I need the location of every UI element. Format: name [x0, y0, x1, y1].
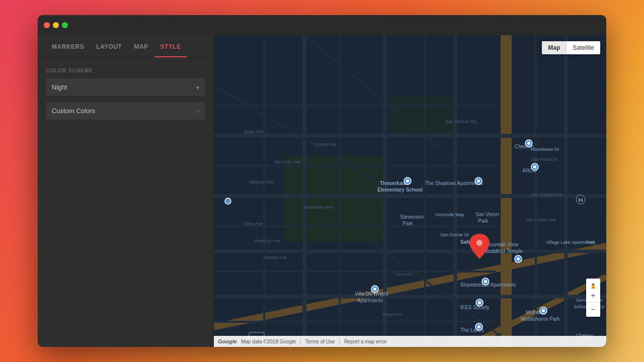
svg-point-80	[542, 309, 545, 312]
report-map-error-link[interactable]: Report a map error	[344, 339, 386, 344]
map-type-control: Map Satellite	[542, 41, 600, 54]
zoom-out-button[interactable]: −	[586, 303, 600, 317]
svg-text:Moonbeam Dr: Moonbeam Dr	[531, 147, 559, 152]
svg-text:Vassar Ave: Vassar Ave	[264, 255, 287, 260]
tab-bar: MARKERS LAYOUT MAP StyLE	[38, 35, 213, 58]
svg-text:Stevenson: Stevenson	[400, 214, 424, 220]
svg-text:Montecito Ave: Montecito Ave	[304, 205, 333, 210]
map-footer: Google Map data ©2018 Google | Terms of …	[214, 336, 606, 347]
svg-text:San Carlos Ave: San Carlos Ave	[531, 192, 562, 197]
map-area[interactable]: Drew Ave San Ramon Rd Doane Ave San Luis…	[214, 35, 606, 347]
svg-point-86	[476, 240, 482, 246]
svg-rect-3	[501, 35, 512, 347]
terms-of-use-link[interactable]: Terms of Use	[305, 339, 335, 344]
svg-text:Theuerkauf: Theuerkauf	[380, 180, 408, 186]
custom-colors-label: Custom Colors	[52, 107, 95, 115]
svg-text:Mobilehome Park: Mobilehome Park	[521, 316, 560, 322]
map-footer-sep2: |	[339, 339, 341, 344]
svg-point-67	[533, 165, 536, 168]
svg-text:Ormonde Way: Ormonde Way	[435, 212, 464, 217]
svg-text:San Luis Ave: San Luis Ave	[274, 159, 300, 164]
svg-text:San Ramon Rd: San Ramon Rd	[445, 119, 476, 124]
svg-rect-2	[390, 96, 455, 136]
sidebar: MARKERS LAYOUT MAP StyLE COLOR SCHEME Ni…	[38, 35, 214, 347]
svg-text:San Pablo Dr: San Pablo Dr	[531, 157, 558, 162]
tab-style[interactable]: StyLE	[154, 35, 187, 57]
map-footer-sep1: |	[300, 339, 301, 344]
svg-point-65	[527, 142, 530, 145]
svg-rect-1	[284, 156, 385, 241]
color-scheme-select-wrapper: Night ▼	[46, 78, 205, 96]
app-window: MARKERS LAYOUT MAP StyLE COLOR SCHEME Ni…	[38, 15, 606, 347]
svg-point-74	[484, 280, 487, 283]
svg-text:65: 65	[578, 198, 583, 203]
svg-point-84	[517, 257, 520, 260]
svg-text:Wagner Ave: Wagner Ave	[249, 179, 274, 185]
svg-text:Park: Park	[478, 218, 489, 224]
svg-point-69	[406, 179, 409, 183]
map-svg: Drew Ave San Ramon Rd Doane Ave San Luis…	[214, 35, 606, 347]
svg-text:Park: Park	[403, 221, 414, 226]
svg-text:The Shadows Apartments: The Shadows Apartments	[425, 180, 483, 186]
svg-point-72	[225, 198, 231, 204]
custom-colors-row[interactable]: Custom Colors ›	[46, 102, 205, 120]
sidebar-body: COLOR SCHEME Night ▼ Custom Colors ›	[38, 58, 213, 130]
maximize-button[interactable]	[62, 22, 68, 28]
svg-text:Canna Ct: Canna Ct	[395, 272, 413, 277]
zoom-controls: + −	[586, 289, 600, 317]
tab-map[interactable]: MAP	[128, 35, 154, 57]
svg-point-82	[477, 325, 480, 328]
color-scheme-select[interactable]: Night	[46, 78, 205, 96]
google-logo: Google	[218, 338, 237, 344]
svg-text:IFES Society: IFES Society	[460, 305, 490, 310]
svg-text:Villa De Wright: Villa De Wright	[355, 291, 388, 297]
chevron-right-icon: ›	[197, 108, 199, 115]
svg-point-76	[373, 288, 376, 291]
svg-text:Elsie Ave: Elsie Ave	[244, 221, 263, 226]
svg-text:San Domar Dr: San Domar Dr	[440, 232, 469, 237]
svg-text:Doane Ave: Doane Ave	[314, 142, 337, 147]
traffic-lights	[44, 22, 68, 28]
svg-text:Buddhist Temple: Buddhist Temple	[486, 248, 523, 254]
color-scheme-label: COLOR SCHEME	[46, 68, 205, 73]
zoom-in-button[interactable]: +	[586, 289, 600, 303]
map-type-satellite-button[interactable]: Satellite	[567, 41, 600, 54]
svg-text:Moffett: Moffett	[526, 310, 541, 315]
svg-text:Wright Ave: Wright Ave	[382, 312, 402, 317]
svg-point-78	[478, 301, 481, 304]
minimize-button[interactable]	[53, 22, 59, 28]
tab-layout[interactable]: LAYOUT	[90, 35, 128, 57]
svg-text:Peacock Ave: Peacock Ave	[254, 238, 280, 243]
tab-markers[interactable]: MARKERS	[46, 35, 90, 57]
svg-text:San Veron: San Veron	[475, 212, 499, 217]
svg-text:Elementary School: Elementary School	[377, 187, 423, 193]
main-content: MARKERS LAYOUT MAP StyLE COLOR SCHEME Ni…	[38, 35, 606, 347]
svg-point-71	[477, 179, 480, 183]
map-data-text: Map data ©2018 Google	[241, 339, 296, 344]
svg-text:Apartments: Apartments	[357, 298, 383, 303]
map-type-map-button[interactable]: Map	[542, 41, 566, 54]
titlebar	[38, 15, 606, 35]
close-button[interactable]	[44, 22, 50, 28]
svg-text:San Lucas Ave: San Lucas Ave	[526, 217, 556, 222]
svg-text:Park: Park	[586, 240, 596, 245]
svg-text:Mountain View: Mountain View	[486, 242, 519, 247]
svg-text:Drew Ave: Drew Ave	[244, 129, 263, 134]
